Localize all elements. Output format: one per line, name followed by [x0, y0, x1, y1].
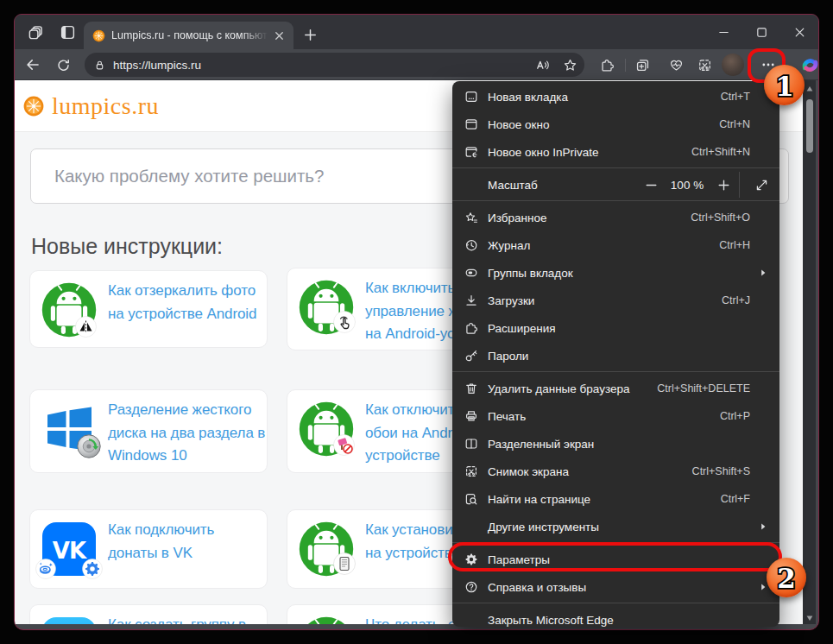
zoom-value: 100 % [663, 179, 711, 192]
browser-tab[interactable]: Lumpics.ru - помощь с компьюте [84, 22, 293, 49]
menu-item-inprivate[interactable]: Новое окно InPrivateCtrl+Shift+N [452, 138, 779, 166]
vk-msg-icon [41, 616, 97, 624]
menu-item-history[interactable]: ЖурналCtrl+H [452, 231, 779, 259]
scrollbar-thumb[interactable] [806, 99, 813, 153]
menu-item-label: Масштаб [488, 179, 538, 192]
tab-title: Lumpics.ru - помощь с компьюте [111, 29, 271, 41]
menu-item-shortcut: Ctrl+J [722, 294, 750, 306]
passwords-icon [464, 349, 478, 363]
menu-item-delete-data[interactable]: Удалить данные браузераCtrl+Shift+DELETE [452, 375, 779, 402]
menu-item-label: Другие инструменты [488, 521, 599, 534]
section-heading: Новые инструкции: [31, 234, 223, 259]
web-capture-icon[interactable] [692, 53, 716, 77]
orange-slice-icon [23, 96, 44, 117]
address-bar[interactable]: https://lumpics.ru [85, 53, 584, 77]
menu-item-shortcut: Ctrl+H [719, 239, 750, 251]
new-tab-icon [464, 90, 478, 104]
back-button[interactable] [21, 53, 45, 77]
submenu-arrow-icon [758, 268, 768, 278]
read-aloud-icon[interactable] [531, 54, 553, 76]
favorites-star-icon[interactable] [558, 54, 581, 76]
workspaces-icon[interactable] [27, 23, 44, 41]
menu-item-favorites[interactable]: ИзбранноеCtrl+Shift+O [452, 204, 779, 231]
android-icon [299, 521, 354, 577]
inprivate-icon [464, 145, 478, 159]
split-screen-icon [464, 437, 478, 451]
menu-item-label: Новое окно InPrivate [488, 146, 598, 159]
scroll-down-icon[interactable] [806, 615, 813, 622]
collections-icon[interactable] [630, 53, 654, 77]
menu-item-new-tab[interactable]: Новая вкладкаCtrl+T [452, 83, 779, 110]
menu-item-label: Найти на странице [488, 493, 590, 506]
menu-item-shortcut: Ctrl+Shift+O [691, 212, 750, 224]
site-logo[interactable]: lumpics.ru [23, 92, 159, 120]
extensions-icon [464, 321, 478, 335]
browser-essentials-icon[interactable] [664, 53, 688, 77]
card-link-text: Что делать, ес [365, 614, 464, 624]
android-icon [299, 616, 354, 624]
menu-item-screenshot[interactable]: Снимок экранаCtrl+Shift+S [452, 458, 779, 485]
new-window-icon [464, 117, 478, 131]
menu-item-label: Журнал [488, 239, 530, 252]
menu-item-passwords[interactable]: Пароли [452, 342, 779, 369]
instruction-card[interactable]: VK Как подключитьдонаты в VK [29, 509, 268, 589]
menu-item-new-window[interactable]: Новое окноCtrl+N [452, 110, 779, 138]
menu-item-label: Снимок экрана [488, 465, 569, 478]
maximize-button[interactable] [742, 15, 780, 49]
menu-separator [452, 371, 779, 372]
menu-item-tab-groups[interactable]: Группы вкладок [452, 259, 779, 287]
profile-avatar[interactable] [722, 54, 744, 76]
instruction-card[interactable]: Как отзеркалить фотона устройстве Androi… [29, 270, 268, 348]
menu-item-zoom[interactable]: Масштаб 100 % [452, 171, 779, 199]
menu-item-shortcut: Ctrl+P [720, 410, 750, 422]
menu-item-shortcut: Ctrl+N [719, 118, 750, 130]
menu-item-help[interactable]: Справка и отзывы [452, 573, 779, 601]
instruction-card[interactable]: Как создать группу в [29, 604, 268, 624]
menu-item-label: Новое окно [488, 118, 549, 131]
menu-item-label: Справка и отзывы [488, 581, 586, 594]
menu-separator [452, 200, 779, 201]
android-icon [299, 280, 354, 335]
card-link-text: Как установитна устройстве [365, 519, 460, 565]
find-icon [464, 492, 478, 506]
refresh-button[interactable] [51, 53, 75, 77]
annotation-step-1: 1 [764, 65, 805, 105]
page-scrollbar[interactable] [803, 80, 816, 624]
menu-item-print[interactable]: ПечатьCtrl+P [452, 402, 779, 430]
gear-badge-icon [82, 559, 103, 579]
lock-icon[interactable] [93, 59, 106, 72]
menu-item-другие-инструменты[interactable]: Другие инструменты [452, 513, 779, 540]
menu-item-extensions[interactable]: Расширения [452, 314, 779, 342]
menu-item-find[interactable]: Найти на страницеCtrl+F [452, 485, 779, 513]
zoom-out-button[interactable] [639, 173, 663, 197]
tab-actions-icon[interactable] [59, 23, 76, 41]
menu-item-label: Пароли [488, 350, 528, 363]
menu-item-label: Группы вкладок [488, 267, 573, 280]
menu-item-shortcut: Ctrl+Shift+S [692, 465, 750, 477]
fullscreen-button[interactable] [748, 173, 774, 197]
menu-item-label: Печать [488, 410, 526, 423]
menu-item-downloads[interactable]: ЗагрузкиCtrl+J [452, 287, 779, 314]
zoom-in-button[interactable] [711, 173, 735, 197]
delete-data-icon [464, 382, 478, 395]
minimize-button[interactable] [704, 15, 742, 49]
menu-item-label: Загрузки [488, 294, 534, 307]
extensions-icon[interactable] [595, 53, 619, 77]
new-tab-button[interactable] [300, 25, 319, 44]
menu-item-label: Новая вкладка [488, 91, 568, 104]
card-link-text: Как создать группу в [108, 614, 246, 624]
tab-close-icon[interactable] [271, 28, 287, 43]
instruction-card[interactable]: Разделение жесткогодиска на два раздела … [29, 389, 268, 473]
menu-item-split-screen[interactable]: Разделенный экран [452, 430, 779, 458]
scroll-up-icon[interactable] [806, 85, 813, 92]
svg-text:2: 2 [777, 563, 796, 594]
menu-item-shortcut: Ctrl+Shift+N [691, 146, 750, 158]
print-icon [464, 409, 478, 423]
search-placeholder: Какую проблему хотите решить? [54, 166, 324, 186]
menu-item-закрыть-microsoft-edge[interactable]: Закрыть Microsoft Edge [452, 606, 779, 627]
screenshot-icon [464, 464, 478, 478]
close-button[interactable] [780, 15, 818, 49]
card-link-text: Как включитьуправление жна Android-уст [365, 277, 461, 346]
apk-badge-icon [333, 552, 356, 575]
vk-icon: VK [41, 521, 97, 577]
